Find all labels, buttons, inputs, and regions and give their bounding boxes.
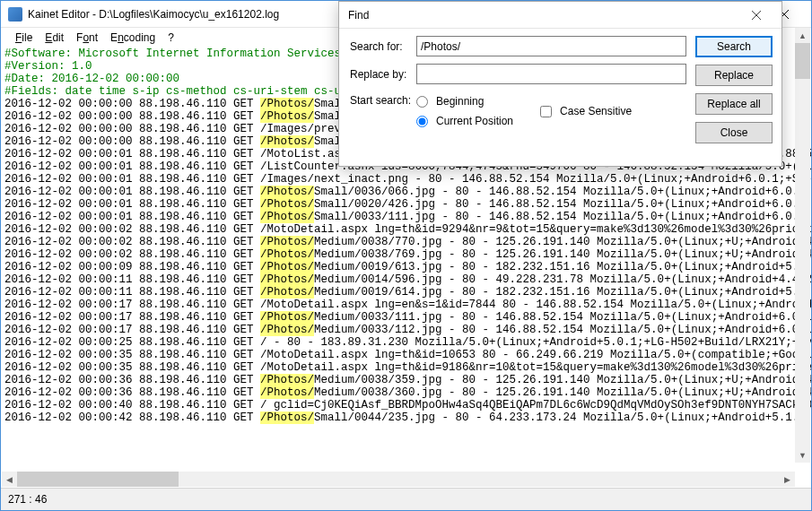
log-line: 2016-12-02 00:00:17 88.198.46.110 GET (4, 311, 260, 324)
menu-file[interactable]: File (10, 30, 38, 46)
menu-encoding[interactable]: Encoding (105, 30, 161, 46)
case-sensitive-label: Case Sensitive (560, 101, 632, 121)
log-line: 2016-12-02 00:00:02 88.198.46.110 GET (4, 236, 260, 248)
log-line: 2016-12-02 00:00:00 88.198.46.110 GET (4, 135, 260, 148)
search-button[interactable]: Search (695, 36, 773, 57)
status-bar: 271 : 46 (1, 488, 811, 510)
find-dialog: Find Search for: Replace by: Start searc… (338, 1, 782, 167)
log-line: 2016-12-02 00:00:11 88.198.46.110 GET (4, 286, 260, 299)
checkbox-case-sensitive[interactable] (540, 106, 552, 117)
log-line: 2016-12-02 00:00:40 88.198.46.110 GET / … (4, 399, 811, 411)
log-line: 2016-12-02 00:00:01 88.198.46.110 GET (4, 198, 260, 211)
highlight: /Photos/ (260, 186, 314, 198)
log-line: 2016-12-02 00:00:36 88.198.46.110 GET (4, 374, 260, 386)
find-title-bar: Find (339, 2, 781, 29)
find-close-button[interactable] (738, 8, 774, 22)
log-line: 2016-12-02 00:00:09 88.198.46.110 GET (4, 261, 260, 273)
log-line: 2016-12-02 00:00:02 88.198.46.110 GET (4, 248, 260, 261)
menu-help[interactable]: ? (162, 30, 179, 46)
scroll-left-icon[interactable]: ◀ (2, 472, 17, 487)
replace-all-button[interactable]: Replace all (695, 93, 773, 115)
radio-beginning[interactable] (416, 96, 428, 108)
scrollbar-thumb[interactable] (795, 43, 810, 79)
close-button[interactable]: Close (695, 122, 773, 143)
log-line: 2016-12-02 00:00:35 88.198.46.110 GET /M… (4, 349, 811, 361)
scroll-down-icon[interactable]: ▼ (795, 447, 810, 463)
log-line: 2016-12-02 00:00:01 88.198.46.110 GET (4, 211, 260, 223)
highlight: /Photos/ (260, 248, 314, 261)
highlight: /Photos/ (260, 211, 314, 223)
highlight: /Photos/ (260, 324, 314, 336)
log-line: 2016-12-02 00:00:17 88.198.46.110 GET (4, 324, 260, 336)
log-line: 2016-12-02 00:00:35 88.198.46.110 GET /M… (4, 361, 811, 374)
radio-beginning-label: Beginning (436, 91, 484, 111)
highlight: /Photos/ (260, 386, 314, 399)
cursor-position: 271 : 46 (8, 493, 47, 506)
log-line: 2016-12-02 00:00:42 88.198.46.110 GET (4, 411, 260, 424)
log-line: #Date: 2016-12-02 00:00:00 (4, 73, 179, 85)
highlight: /Photos/ (260, 261, 314, 273)
start-search-label: Start search: (350, 91, 416, 107)
highlight: /Photos/ (260, 236, 314, 248)
log-line: 2016-12-02 00:00:00 88.198.46.110 GET (4, 98, 260, 110)
menu-edit[interactable]: Edit (39, 30, 69, 46)
log-line: 2016-12-02 00:00:11 88.198.46.110 GET (4, 273, 260, 286)
horizontal-scrollbar[interactable]: ◀ ▶ (2, 472, 795, 487)
log-line: #Software: Microsoft Internet Informatio… (4, 48, 354, 60)
scrollbar-thumb[interactable] (17, 472, 179, 487)
vertical-scrollbar[interactable]: ▲ ▼ (795, 28, 810, 463)
log-line: 2016-12-02 00:00:01 88.198.46.110 GET /I… (4, 173, 811, 186)
highlight: /Photos/ (260, 311, 314, 324)
replace-by-input[interactable] (416, 64, 686, 84)
highlight: /Photos/ (260, 110, 314, 123)
log-line: 2016-12-02 00:00:02 88.198.46.110 GET /M… (4, 223, 811, 236)
highlight: /Photos/ (260, 273, 314, 286)
log-line: 2016-12-02 00:00:25 88.198.46.110 GET / … (4, 336, 811, 349)
search-for-label: Search for: (350, 40, 416, 53)
highlight: /Photos/ (260, 98, 314, 110)
radio-current-label: Current Position (436, 111, 513, 131)
app-icon (8, 7, 22, 22)
highlight: /Photos/ (260, 135, 314, 148)
log-line: 2016-12-02 00:00:17 88.198.46.110 GET /M… (4, 299, 811, 311)
replace-button[interactable]: Replace (695, 65, 773, 86)
log-line: #Fields: date time s-ip cs-method cs-uri… (4, 85, 354, 98)
find-title: Find (348, 9, 369, 22)
log-line: 2016-12-02 00:00:00 88.198.46.110 GET (4, 110, 260, 123)
radio-current-position[interactable] (416, 116, 428, 127)
highlight: /Photos/ (260, 374, 314, 386)
menu-font[interactable]: Font (71, 30, 103, 46)
highlight: /Photos/ (260, 198, 314, 211)
highlight: /Photos/ (260, 411, 314, 424)
log-line: 2016-12-02 00:00:01 88.198.46.110 GET (4, 186, 260, 198)
scroll-right-icon[interactable]: ▶ (780, 472, 795, 487)
search-for-input[interactable] (416, 36, 686, 56)
log-line: #Version: 1.0 (4, 60, 92, 73)
log-line: 2016-12-02 00:00:00 88.198.46.110 GET /I… (4, 123, 362, 135)
replace-by-label: Replace by: (350, 68, 416, 81)
scroll-up-icon[interactable]: ▲ (795, 28, 810, 43)
highlight: /Photos/ (260, 286, 314, 299)
log-line: 2016-12-02 00:00:36 88.198.46.110 GET (4, 386, 260, 399)
